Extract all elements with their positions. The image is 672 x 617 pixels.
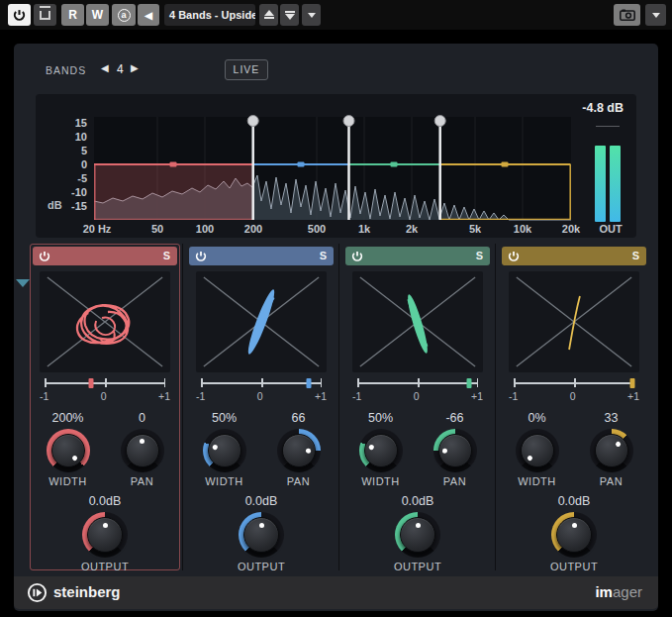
- bypass-button[interactable]: [34, 4, 56, 26]
- band1-vectorscope: [40, 271, 170, 372]
- pan-knob[interactable]: [590, 429, 633, 472]
- chevron-down-icon: [652, 13, 660, 18]
- band-power-icon[interactable]: [351, 251, 363, 262]
- band-power-icon[interactable]: [39, 251, 50, 262]
- band-solo-button[interactable]: S: [163, 250, 170, 261]
- band-power-icon[interactable]: [195, 251, 207, 262]
- expand-collapse-arrow[interactable]: [16, 279, 30, 287]
- output-value: 0.0dB: [245, 494, 278, 510]
- output-gain-readout[interactable]: -4.8 dB: [582, 101, 624, 115]
- band3-correlation-meter: [357, 377, 478, 389]
- width-knob[interactable]: [203, 429, 246, 472]
- corr-label-max: +1: [471, 390, 483, 402]
- corr-label-min: -1: [196, 390, 205, 402]
- spectrum-analyzer: 15 10 5 0 -5 -10 -15 dB 20 Hz 50 100 200…: [36, 94, 636, 238]
- bypass-icon: [40, 11, 50, 20]
- stereo-trace: [244, 288, 278, 357]
- band3-vectorscope: [352, 271, 483, 372]
- camera-icon: [620, 9, 635, 21]
- width-knob[interactable]: [47, 429, 90, 472]
- bands-count-value: 4: [117, 62, 124, 76]
- knob-indicator: [442, 448, 447, 453]
- corr-label-max: +1: [158, 390, 170, 402]
- previous-preset-button[interactable]: [259, 4, 278, 26]
- output-value: 0.0dB: [558, 494, 591, 510]
- output-value: 0.0dB: [402, 494, 434, 510]
- bands-decrease-button[interactable]: ◀: [101, 62, 109, 73]
- band2-correlation-meter: [201, 377, 322, 389]
- bands-increase-button[interactable]: ▶: [131, 62, 139, 73]
- corr-label-min: -1: [40, 390, 48, 402]
- corr-marker: [630, 378, 635, 388]
- strip-divider: [495, 244, 496, 570]
- corr-label-min: -1: [352, 390, 361, 402]
- db-tick: -10: [53, 186, 87, 198]
- pan-knob[interactable]: [277, 429, 321, 472]
- knob-indicator: [615, 440, 622, 447]
- band1-gain-handle[interactable]: [170, 162, 177, 167]
- knob-indicator: [306, 448, 311, 453]
- width-label: WIDTH: [518, 475, 556, 487]
- strip-divider: [338, 244, 339, 570]
- band2-vectorscope: [196, 271, 327, 372]
- preset-menu-button[interactable]: [302, 4, 321, 26]
- corr-track: [45, 382, 165, 384]
- live-mode-button[interactable]: LIVE: [225, 59, 268, 80]
- band4-vectorscope: [509, 271, 639, 372]
- corr-label-min: -1: [509, 390, 518, 402]
- corr-marker: [88, 378, 93, 388]
- band3-gain-handle[interactable]: [391, 162, 398, 167]
- pan-knob[interactable]: [433, 429, 477, 472]
- automation-mode-button[interactable]: a: [112, 4, 136, 26]
- knob-indicator: [527, 455, 533, 462]
- band2-gain-handle[interactable]: [298, 162, 305, 167]
- band4-header[interactable]: S: [502, 247, 646, 265]
- output-label: OUTPUT: [81, 561, 129, 572]
- pan-value: 66: [292, 411, 306, 427]
- band2-header[interactable]: S: [189, 247, 334, 265]
- width-value: 50%: [212, 411, 237, 427]
- plugin-window: R W a ◀ 4 Bands - Upside D: [0, 0, 672, 617]
- preset-name-field[interactable]: 4 Bands - Upside D: [164, 4, 255, 26]
- band3-header[interactable]: S: [345, 247, 490, 265]
- db-tick: 15: [53, 117, 87, 129]
- crossover-handle[interactable]: [343, 116, 354, 127]
- pan-label: PAN: [287, 475, 310, 487]
- band1-region: [94, 164, 253, 220]
- output-knob[interactable]: [239, 512, 284, 558]
- plugin-activate-button[interactable]: [8, 4, 31, 26]
- width-label: WIDTH: [361, 475, 400, 487]
- snapshot-button[interactable]: [614, 4, 640, 26]
- pan-value: 0: [139, 411, 145, 427]
- corr-label-mid: 0: [101, 390, 107, 402]
- back-button[interactable]: ◀: [138, 4, 159, 26]
- band4-gain-handle[interactable]: [502, 162, 509, 167]
- window-menu-button[interactable]: [645, 4, 666, 26]
- steinberg-logo: [27, 582, 48, 603]
- width-label: WIDTH: [48, 475, 87, 487]
- output-knob[interactable]: [551, 512, 597, 558]
- width-knob[interactable]: [516, 429, 559, 472]
- band-power-icon[interactable]: [508, 251, 520, 262]
- crossover-handle[interactable]: [247, 116, 258, 127]
- write-automation-button[interactable]: W: [86, 4, 109, 26]
- output-knob[interactable]: [395, 512, 440, 558]
- band-strip-3: S -1 0: [342, 244, 493, 570]
- read-automation-button[interactable]: R: [61, 4, 84, 26]
- corr-marker: [306, 378, 311, 388]
- imager-plugin-panel: BANDS ◀ 4 ▶ LIVE: [14, 44, 658, 611]
- corr-labels: -1 0 +1: [509, 390, 639, 402]
- next-preset-button[interactable]: [280, 4, 299, 26]
- pan-knob[interactable]: [121, 429, 164, 472]
- band-solo-button[interactable]: S: [632, 250, 639, 261]
- knob-indicator: [71, 455, 78, 462]
- crossover-handle[interactable]: [434, 116, 445, 127]
- spectrum-plot: [36, 94, 636, 238]
- width-knob[interactable]: [359, 429, 403, 472]
- stereo-trace: [405, 293, 431, 355]
- freq-tick: 50: [151, 223, 163, 235]
- band-solo-button[interactable]: S: [320, 250, 327, 261]
- band-solo-button[interactable]: S: [476, 250, 483, 261]
- output-knob[interactable]: [82, 512, 128, 558]
- band1-header[interactable]: S: [33, 247, 177, 265]
